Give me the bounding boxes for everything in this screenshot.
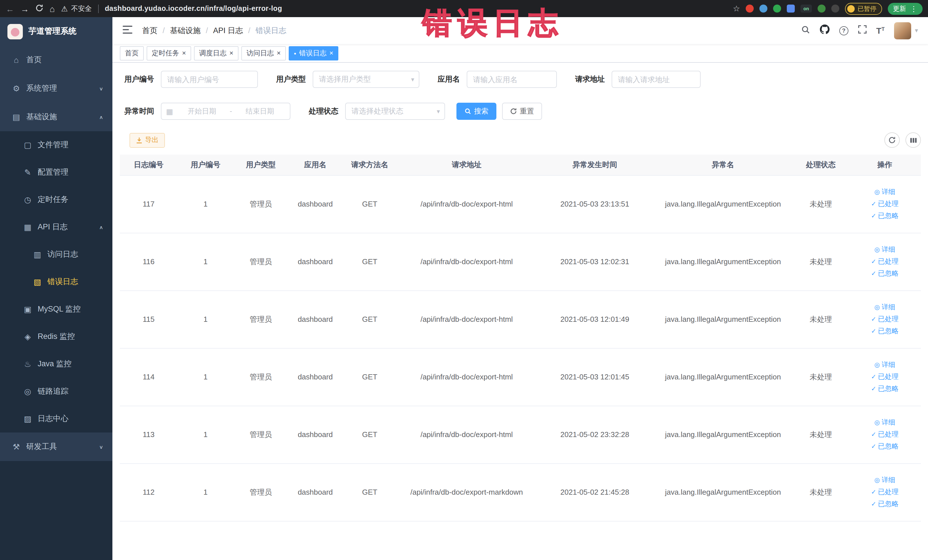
github-icon[interactable]	[820, 24, 830, 37]
sidebar-item-home[interactable]: ⌂ 首页	[0, 46, 112, 74]
extension-on-badge[interactable]: on	[800, 5, 812, 12]
sidebar-item-error-log[interactable]: ▧ 错误日志	[0, 268, 112, 296]
sidebar-item-file-management[interactable]: ▢ 文件管理	[0, 131, 112, 159]
extension-icon[interactable]	[818, 5, 826, 12]
sidebar-item-infrastructure[interactable]: ▤ 基础设施 ∧	[0, 103, 112, 131]
request-url-input[interactable]	[612, 71, 701, 88]
table-row: 113 1 管理员 dashboard GET /api/infra/db-do…	[120, 406, 921, 463]
close-icon[interactable]: ×	[229, 50, 234, 56]
tab-access-log[interactable]: 访问日志 ×	[241, 46, 286, 60]
close-icon[interactable]: ×	[182, 50, 186, 56]
mark-processed-link[interactable]: ✓已处理	[851, 371, 919, 383]
tab-schedule-log[interactable]: 调度日志 ×	[194, 46, 238, 60]
app-logo[interactable]: 芋道管理系统	[0, 17, 112, 46]
cell-request-url: /api/infra/db-doc/export-html	[397, 406, 537, 463]
mark-ignored-link[interactable]: ✓已忽略	[851, 441, 919, 452]
back-icon[interactable]: ←	[6, 4, 14, 13]
user-menu[interactable]: ▾	[894, 22, 918, 39]
mark-ignored-link[interactable]: ✓已忽略	[851, 268, 919, 279]
exception-time-range-picker[interactable]: ▦ 开始日期 - 结束日期	[161, 103, 290, 120]
extension-icon[interactable]	[787, 5, 795, 12]
sidebar-item-label: 研发工具	[26, 442, 57, 452]
extension-icon[interactable]	[773, 5, 781, 12]
user-id-input[interactable]	[161, 71, 258, 88]
mark-ignored-link[interactable]: ✓已忽略	[851, 210, 919, 222]
sidebar-item-log-center[interactable]: ▨ 日志中心	[0, 405, 112, 432]
cell-exception-name: java.lang.IllegalArgumentException	[653, 175, 793, 233]
mark-processed-link[interactable]: ✓已处理	[851, 256, 919, 268]
breadcrumb-item[interactable]: 首页	[142, 25, 157, 36]
app-name-input[interactable]	[467, 71, 557, 88]
home-icon[interactable]: ⌂	[50, 4, 55, 13]
sidebar-item-redis-monitor[interactable]: ◈ Redis 监控	[0, 323, 112, 350]
col-user-type: 用户类型	[234, 155, 288, 175]
detail-link[interactable]: ◎详细	[851, 186, 919, 198]
paused-extension-badge[interactable]: 已暂停	[845, 3, 882, 15]
col-exception-time: 异常发生时间	[536, 155, 653, 175]
close-icon[interactable]: ×	[277, 50, 281, 56]
fullscreen-icon[interactable]	[858, 25, 867, 36]
detail-link[interactable]: ◎详细	[851, 301, 919, 313]
browser-update-button[interactable]: 更新 ⋮	[888, 3, 923, 15]
cell-exception-time: 2021-05-03 12:01:45	[536, 348, 653, 406]
cell-user-type: 管理员	[234, 348, 288, 406]
mark-processed-link[interactable]: ✓已处理	[851, 313, 919, 325]
help-icon[interactable]: ?	[839, 26, 849, 35]
breadcrumb-item[interactable]: 基础设施	[170, 25, 201, 36]
sidebar-item-api-logs[interactable]: ▦ API 日志 ∧	[0, 214, 112, 241]
sidebar-collapse-icon[interactable]	[123, 25, 132, 36]
browser-menu-icon[interactable]: ⋮	[910, 4, 917, 13]
detail-link[interactable]: ◎详细	[851, 244, 919, 256]
sidebar-item-config-management[interactable]: ✎ 配置管理	[0, 159, 112, 186]
request-url-label: 请求地址	[575, 74, 605, 84]
search-button[interactable]: 搜索	[456, 103, 496, 120]
cell-process-status: 未处理	[793, 348, 849, 406]
column-settings-button[interactable]	[905, 132, 921, 148]
mark-processed-link[interactable]: ✓已处理	[851, 429, 919, 441]
cell-request-url: /api/infra/db-doc/export-html	[397, 233, 537, 290]
detail-link[interactable]: ◎详细	[851, 417, 919, 429]
sidebar-item-scheduled-tasks[interactable]: ◷ 定时任务	[0, 186, 112, 214]
cell-log-id: 116	[120, 233, 177, 290]
search-icon[interactable]	[801, 25, 810, 36]
sidebar-item-label: 链路追踪	[38, 386, 69, 397]
tab-scheduled-tasks[interactable]: 定时任务 ×	[147, 46, 191, 60]
mark-ignored-link[interactable]: ✓已忽略	[851, 498, 919, 510]
detail-link[interactable]: ◎详细	[851, 474, 919, 486]
sidebar-item-system-management[interactable]: ⚙ 系统管理 ∨	[0, 74, 112, 103]
close-icon[interactable]: ×	[330, 50, 333, 56]
forward-icon[interactable]: →	[21, 4, 29, 13]
refresh-button[interactable]	[884, 132, 900, 148]
breadcrumb-item[interactable]: API 日志	[213, 25, 243, 36]
export-button[interactable]: 导出	[130, 133, 165, 148]
tab-home[interactable]: 首页	[120, 46, 144, 60]
redis-icon: ◈	[23, 332, 32, 341]
address-bar[interactable]: dashboard.yudao.iocoder.cn/infra/log/api…	[105, 5, 282, 12]
reload-icon[interactable]	[35, 4, 43, 13]
extension-icon[interactable]	[746, 5, 754, 12]
mark-processed-link[interactable]: ✓已处理	[851, 198, 919, 210]
bookmark-star-icon[interactable]: ☆	[733, 4, 740, 13]
reset-button[interactable]: 重置	[502, 103, 542, 120]
cell-app-name: dashboard	[288, 348, 343, 406]
extension-icon[interactable]	[831, 5, 839, 12]
cell-app-name: dashboard	[288, 463, 343, 521]
detail-link[interactable]: ◎详细	[851, 359, 919, 371]
avatar[interactable]	[894, 22, 911, 39]
extension-icon[interactable]	[759, 5, 768, 12]
eye-icon: ◎	[875, 417, 880, 429]
mark-ignored-link[interactable]: ✓已忽略	[851, 325, 919, 337]
sidebar-item-dev-tools[interactable]: ⚒ 研发工具 ∨	[0, 432, 112, 461]
user-type-select[interactable]: 请选择用户类型 ▾	[313, 71, 419, 88]
sidebar-item-access-log[interactable]: ▥ 访问日志	[0, 241, 112, 268]
sidebar-item-java-monitor[interactable]: ♨ Java 监控	[0, 350, 112, 378]
security-chip[interactable]: ⚠ 不安全	[61, 4, 92, 14]
tab-error-log[interactable]: ● 错误日志 ×	[289, 46, 339, 60]
sidebar-item-label: 错误日志	[47, 277, 78, 287]
mark-processed-link[interactable]: ✓已处理	[851, 486, 919, 498]
sidebar-item-trace[interactable]: ◎ 链路追踪	[0, 378, 112, 405]
font-size-icon[interactable]: TT	[876, 26, 885, 35]
mark-ignored-link[interactable]: ✓已忽略	[851, 383, 919, 395]
process-status-select[interactable]: 请选择处理状态 ▾	[345, 103, 445, 120]
sidebar-item-mysql-monitor[interactable]: ▣ MySQL 监控	[0, 296, 112, 323]
